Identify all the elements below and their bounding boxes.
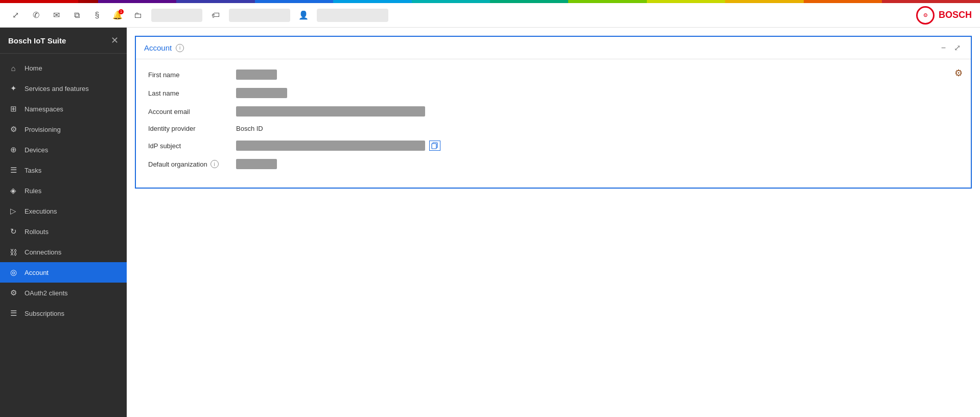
connections-icon: ⛓ (8, 247, 18, 257)
sidebar-item-devices-label: Devices (25, 146, 48, 154)
header-pill-3 (317, 9, 388, 22)
panel-body: ⚙ First name Last name Account email (136, 59, 971, 188)
sidebar-item-home[interactable]: ⌂ Home (0, 58, 127, 78)
settings-icon[interactable]: ⚙ (954, 67, 963, 79)
default-org-info-icon[interactable]: i (211, 160, 219, 168)
panel-expand-button[interactable]: ⤢ (952, 42, 963, 54)
panel-title: Account i (144, 43, 184, 52)
sidebar-item-account[interactable]: ◎ Account (0, 262, 127, 283)
first-name-label: First name (148, 71, 230, 79)
devices-icon: ⊕ (8, 145, 18, 155)
user-icon[interactable]: 👤 (296, 8, 311, 22)
services-icon: ✦ (8, 83, 18, 94)
sidebar-item-rollouts[interactable]: ↻ Rollouts (0, 221, 127, 242)
phone-icon[interactable]: ✆ (29, 8, 43, 22)
form-row-last-name: Last name (148, 88, 959, 98)
sidebar-close-button[interactable]: ✕ (111, 35, 119, 46)
sidebar-item-devices[interactable]: ⊕ Devices (0, 140, 127, 160)
header-pill-2 (229, 9, 290, 22)
header-icons-left: ⤢ ✆ ✉ ⧉ § 🔔 1 🗀 🏷 👤 (8, 8, 388, 22)
sidebar-item-rollouts-label: Rollouts (25, 228, 49, 236)
namespaces-icon: ⊞ (8, 104, 18, 114)
sidebar-item-provisioning[interactable]: ⚙ Provisioning (0, 119, 127, 140)
sidebar-item-rules[interactable]: ◈ Rules (0, 180, 127, 201)
tasks-icon: ☰ (8, 165, 18, 175)
content-area: Account i − ⤢ ⚙ First name Last n (127, 28, 980, 417)
bell-icon[interactable]: 🔔 1 (110, 8, 125, 22)
account-email-value (236, 106, 425, 117)
sidebar-item-oauth2-clients[interactable]: ⚙ OAuth2 clients (0, 283, 127, 303)
main-layout: Bosch IoT Suite ✕ ⌂ Home ✦ Services and … (0, 28, 980, 417)
panel-header: Account i − ⤢ (136, 37, 971, 59)
sidebar-item-executions[interactable]: ▷ Executions (0, 201, 127, 221)
sidebar: Bosch IoT Suite ✕ ⌂ Home ✦ Services and … (0, 28, 127, 417)
sidebar-header: Bosch IoT Suite ✕ (0, 28, 127, 54)
sidebar-item-namespaces-label: Namespaces (25, 105, 63, 113)
sidebar-item-namespaces[interactable]: ⊞ Namespaces (0, 99, 127, 119)
idp-subject-container (236, 141, 440, 151)
last-name-value (236, 88, 287, 98)
form-row-identity-provider: Identity provider Bosch ID (148, 125, 959, 132)
folder-icon[interactable]: 🗀 (131, 8, 145, 22)
sidebar-item-tasks[interactable]: ☰ Tasks (0, 160, 127, 180)
bosch-logo: ⊙ BOSCH (916, 6, 972, 25)
sidebar-item-services-label: Services and features (25, 85, 89, 92)
last-name-label: Last name (148, 89, 230, 97)
executions-icon: ▷ (8, 206, 18, 216)
identity-provider-value: Bosch ID (236, 125, 263, 132)
notification-badge: 1 (119, 9, 124, 14)
book-icon[interactable]: ⧉ (69, 8, 84, 22)
panel-info-icon[interactable]: i (176, 44, 184, 52)
provisioning-icon: ⚙ (8, 124, 18, 134)
top-header: ⤢ ✆ ✉ ⧉ § 🔔 1 🗀 🏷 👤 ⊙ BOSCH (0, 3, 980, 28)
rules-icon: ◈ (8, 186, 18, 196)
sidebar-item-connections[interactable]: ⛓ Connections (0, 242, 127, 262)
copy-idp-subject-button[interactable] (429, 141, 440, 151)
oauth2-icon: ⚙ (8, 288, 18, 298)
sidebar-item-home-label: Home (25, 64, 42, 72)
panel-title-actions: − ⤢ (939, 42, 963, 54)
account-email-label: Account email (148, 108, 230, 115)
dollar-icon[interactable]: § (90, 8, 104, 22)
first-name-value (236, 70, 277, 80)
rollouts-icon: ↻ (8, 226, 18, 237)
share-icon[interactable]: ⤢ (8, 8, 22, 22)
sidebar-item-services-and-features[interactable]: ✦ Services and features (0, 78, 127, 99)
sidebar-item-executions-label: Executions (25, 207, 57, 215)
form-row-account-email: Account email (148, 106, 959, 117)
home-icon: ⌂ (8, 63, 18, 73)
form-row-default-organization: Default organization i (148, 159, 959, 169)
identity-provider-label: Identity provider (148, 125, 230, 132)
idp-subject-label: IdP subject (148, 142, 230, 150)
panel-minimize-button[interactable]: − (939, 42, 948, 54)
sidebar-item-oauth2-label: OAuth2 clients (25, 289, 68, 297)
sidebar-item-subscriptions[interactable]: ☰ Subscriptions (0, 303, 127, 323)
form-row-first-name: First name (148, 70, 959, 80)
mail-icon[interactable]: ✉ (49, 8, 63, 22)
sidebar-item-connections-label: Connections (25, 248, 61, 256)
sidebar-item-tasks-label: Tasks (25, 167, 41, 174)
panel-title-text: Account (144, 43, 172, 52)
subscriptions-icon: ☰ (8, 308, 18, 318)
form-row-idp-subject: IdP subject (148, 141, 959, 151)
header-pill-1 (151, 9, 202, 22)
bosch-brand-label: BOSCH (939, 10, 972, 20)
default-organization-label: Default organization i (148, 160, 230, 168)
tag-icon[interactable]: 🏷 (208, 8, 223, 22)
account-panel: Account i − ⤢ ⚙ First name Last n (135, 36, 972, 189)
account-icon: ◎ (8, 267, 18, 277)
sidebar-item-rules-label: Rules (25, 187, 41, 195)
idp-subject-value (236, 141, 425, 151)
sidebar-item-provisioning-label: Provisioning (25, 126, 61, 133)
sidebar-item-account-label: Account (25, 269, 49, 276)
default-organization-value (236, 159, 277, 169)
bosch-circle-icon: ⊙ (916, 6, 935, 25)
svg-rect-1 (432, 144, 436, 149)
sidebar-nav: ⌂ Home ✦ Services and features ⊞ Namespa… (0, 54, 127, 417)
sidebar-title: Bosch IoT Suite (8, 36, 66, 45)
sidebar-item-subscriptions-label: Subscriptions (25, 310, 64, 317)
